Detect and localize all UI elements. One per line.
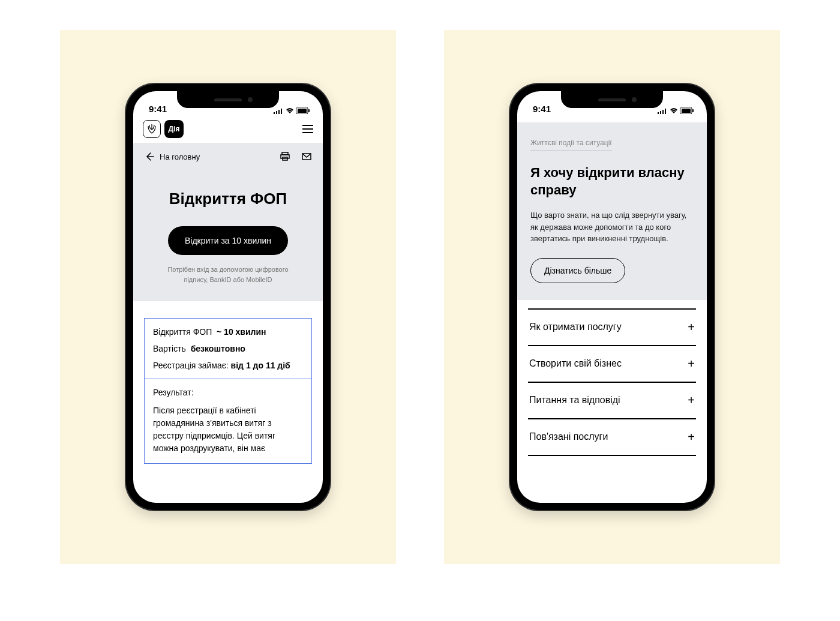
hero-toolbar: На головну	[144, 151, 312, 162]
phone-notch	[561, 91, 663, 108]
accordion-label: Питання та відповіді	[529, 395, 620, 406]
accordion: Як отримати послугу + Створити свій бізн…	[517, 300, 707, 456]
status-icons	[658, 107, 694, 114]
card-paragraph: Що варто знати, на що слід звернути уваг…	[530, 209, 694, 245]
mail-icon[interactable]	[301, 151, 312, 162]
breadcrumb[interactable]: Життєві події та ситуації	[530, 139, 612, 151]
svg-rect-17	[692, 109, 694, 112]
result-label: Результат:	[153, 388, 303, 397]
mockup-panel-right: 9:41 Життєві події та ситуації Я хочу ві…	[444, 30, 780, 564]
phone-frame: 9:41 Життєві події та ситуації Я хочу ві…	[510, 84, 714, 510]
accordion-item-related[interactable]: Пов'язані послуги +	[528, 419, 696, 456]
signal-icon	[658, 108, 667, 114]
wifi-icon	[670, 108, 678, 114]
svg-rect-3	[281, 109, 282, 114]
phone-screen: 9:41 Дія	[133, 91, 323, 503]
status-icons	[274, 107, 310, 114]
status-time: 9:41	[149, 104, 167, 114]
intro-card: Життєві події та ситуації Я хочу відкрит…	[517, 122, 707, 300]
cta-subnote: Потрібен вхід за допомогою цифрового під…	[144, 265, 312, 284]
accordion-item-create-business[interactable]: Створити свій бізнес +	[528, 346, 696, 383]
svg-rect-5	[298, 109, 307, 113]
svg-rect-16	[682, 109, 691, 113]
accordion-label: Пов'язані послуги	[529, 431, 608, 442]
plus-icon: +	[688, 357, 695, 371]
svg-rect-1	[276, 111, 277, 114]
mockup-panel-left: 9:41 Дія	[60, 30, 396, 564]
trident-icon[interactable]	[143, 120, 161, 138]
wifi-icon	[286, 108, 294, 114]
svg-rect-2	[278, 110, 280, 114]
accordion-item-faq[interactable]: Питання та відповіді +	[528, 383, 696, 419]
plus-icon: +	[688, 320, 695, 334]
svg-rect-6	[308, 109, 310, 112]
menu-icon[interactable]	[302, 125, 313, 133]
learn-more-button[interactable]: Дізнатись більше	[530, 258, 625, 283]
info-result: Результат: Після реєстрації в кабінеті г…	[145, 379, 311, 463]
phone-notch	[177, 91, 279, 108]
svg-rect-8	[281, 155, 289, 158]
info-row-duration: Відкриття ФОП ~ 10 хвилин	[153, 327, 303, 337]
info-row-registration: Реєстрація займає: від 1 до 11 діб	[153, 361, 303, 370]
plus-icon: +	[688, 430, 695, 444]
print-icon[interactable]	[280, 151, 290, 162]
svg-rect-11	[658, 112, 659, 114]
card-heading: Я хочу відкрити власну справу	[530, 164, 694, 199]
arrow-left-icon	[144, 151, 155, 162]
accordion-label: Як отримати послугу	[529, 322, 622, 332]
battery-icon	[296, 107, 310, 114]
signal-icon	[274, 108, 283, 114]
svg-rect-13	[662, 110, 664, 114]
hero-section: На головну Відкриття ФОП Відкрити за 10 …	[133, 143, 323, 301]
result-text: Після реєстрації в кабінеті громадянина …	[153, 404, 303, 455]
accordion-item-how-to[interactable]: Як отримати послугу +	[528, 308, 696, 346]
page-title: Відкриття ФОП	[144, 190, 312, 208]
accordion-label: Створити свій бізнес	[529, 358, 622, 369]
info-box: Відкриття ФОП ~ 10 хвилин Вартість безко…	[144, 318, 312, 464]
info-row-cost: Вартість безкоштовно	[153, 344, 303, 353]
svg-rect-12	[660, 111, 661, 114]
back-link[interactable]: На головну	[144, 151, 200, 162]
phone-frame: 9:41 Дія	[126, 84, 330, 510]
svg-rect-0	[274, 112, 275, 114]
diia-logo[interactable]: Дія	[164, 120, 184, 138]
plus-icon: +	[688, 394, 695, 407]
app-navbar: Дія	[133, 115, 323, 143]
status-time: 9:41	[533, 104, 551, 114]
back-label: На головну	[160, 152, 200, 161]
svg-rect-14	[665, 109, 666, 114]
open-cta-button[interactable]: Відкрити за 10 хвилин	[168, 226, 288, 255]
phone-screen: 9:41 Життєві події та ситуації Я хочу ві…	[517, 91, 707, 503]
battery-icon	[680, 107, 694, 114]
